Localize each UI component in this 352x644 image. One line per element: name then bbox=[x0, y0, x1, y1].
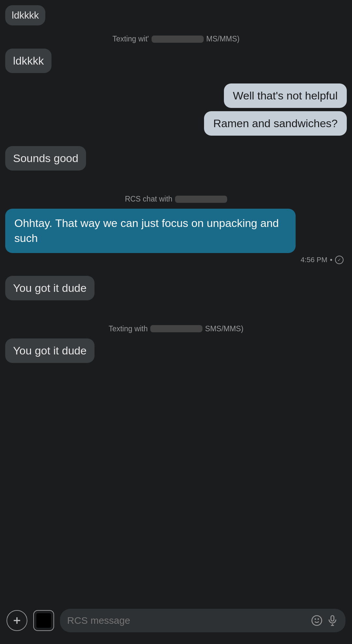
chat-container: ldkkkk Texting wit' MS/MMS) ldkkkk Well … bbox=[0, 0, 352, 644]
attach-button[interactable] bbox=[33, 610, 54, 631]
message-text: Well that's not helpful bbox=[233, 89, 338, 102]
system-label-rcs-prefix: RCS chat with bbox=[125, 195, 172, 203]
message-text: Ohhtay. That way we can just focus on un… bbox=[14, 217, 279, 244]
mic-icon bbox=[327, 615, 338, 626]
message-text: ldkkkk bbox=[13, 54, 44, 67]
bubble-received-ldkkkk: ldkkkk bbox=[5, 49, 51, 73]
delivered-icon: ✓ bbox=[335, 256, 344, 264]
svg-point-3 bbox=[312, 616, 322, 625]
bubble-received-you-got-it-2: You got it dude bbox=[5, 338, 95, 363]
bubble-received-you-got-it-1: You got it dude bbox=[5, 276, 95, 300]
message-text: Ramen and sandwiches? bbox=[213, 117, 338, 129]
dot-separator: • bbox=[330, 256, 332, 264]
bubble-received-top: ldkkkk bbox=[5, 5, 45, 25]
add-button[interactable] bbox=[7, 610, 27, 631]
system-label-suffix: MS/MMS) bbox=[206, 35, 240, 43]
input-bar bbox=[0, 602, 352, 644]
svg-rect-6 bbox=[331, 616, 334, 621]
bubble-sent-ramen: Ramen and sandwiches? bbox=[204, 111, 347, 136]
bubble-sent-rcs-focus: Ohhtay. That way we can just focus on un… bbox=[5, 209, 296, 253]
message-meta-time: 4:56 PM • ✓ bbox=[5, 256, 344, 264]
message-text: Sounds good bbox=[13, 152, 78, 164]
system-label-rcs: RCS chat with bbox=[5, 195, 347, 203]
system-label-3: Texting with SMS/MMS) bbox=[5, 324, 347, 333]
blurred-name-rcs bbox=[175, 196, 227, 203]
bubble-received-sounds-good: Sounds good bbox=[5, 146, 86, 171]
system-label-prefix: Texting wit' bbox=[112, 35, 149, 43]
system-label-3-suffix: SMS/MMS) bbox=[205, 324, 243, 333]
blurred-name-3 bbox=[150, 325, 202, 332]
message-time: 4:56 PM bbox=[301, 256, 327, 264]
plus-icon bbox=[11, 615, 22, 626]
mic-button[interactable] bbox=[327, 615, 338, 626]
message-text: You got it dude bbox=[13, 282, 87, 294]
emoji-icon bbox=[311, 615, 323, 626]
message-text: You got it dude bbox=[13, 344, 87, 357]
attach-icon bbox=[34, 611, 53, 630]
blurred-name-1 bbox=[152, 36, 204, 43]
message-input[interactable] bbox=[67, 615, 307, 626]
system-label-3-prefix: Texting with bbox=[109, 324, 148, 333]
bubble-sent-not-helpful: Well that's not helpful bbox=[224, 83, 347, 108]
emoji-button[interactable] bbox=[311, 615, 323, 626]
system-label-1: Texting wit' MS/MMS) bbox=[5, 35, 347, 43]
message-text: ldkkkk bbox=[12, 10, 39, 21]
message-input-wrapper[interactable] bbox=[60, 609, 345, 632]
